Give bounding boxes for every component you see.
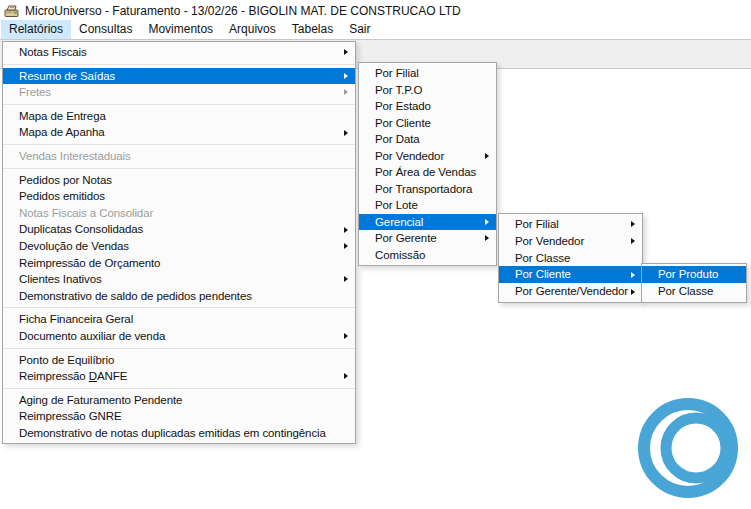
menu-separator — [3, 101, 355, 108]
menu-item-label: Por Classe — [658, 285, 713, 297]
app-icon — [4, 3, 20, 19]
menu-item-reimpressao-gnre[interactable]: Reimpressão GNRE — [3, 408, 355, 425]
submenu-arrow-icon — [344, 130, 348, 136]
menu-separator — [3, 61, 355, 68]
menu-item-duplicatas-consolidadas[interactable]: Duplicatas Consolidadas — [3, 221, 355, 238]
submenu-gerencial: Por FilialPor VendedorPor ClassePor Clie… — [498, 213, 643, 303]
menubar-item-arquivos[interactable]: Arquivos — [221, 20, 284, 39]
menu-item-label: Por Produto — [658, 268, 718, 280]
menu-item-por-cliente[interactable]: Por Cliente — [499, 266, 642, 283]
menu-item-devolucao-de-vendas[interactable]: Devolução de Vendas — [3, 238, 355, 255]
menu-item-por-produto[interactable]: Por Produto — [642, 266, 746, 283]
menu-item-por-filial[interactable]: Por Filial — [499, 216, 642, 233]
menu-item-comissao[interactable]: Comissão — [359, 247, 496, 264]
menu-item-por-area-de-vendas[interactable]: Por Área de Vendas — [359, 164, 496, 181]
menu-item-reimpressao-danfe[interactable]: Reimpressão DANFE — [3, 368, 355, 385]
menubar-item-sair[interactable]: Sair — [341, 20, 378, 39]
menubar-item-consultas[interactable]: Consultas — [71, 20, 140, 39]
menu-separator — [3, 345, 355, 352]
submenu-arrow-icon — [344, 243, 348, 249]
menu-item-label: Por Vendedor — [515, 235, 584, 247]
menu-item-por-classe[interactable]: Por Classe — [642, 283, 746, 300]
menu-item-label: Por Gerente/Vendedor — [515, 285, 628, 297]
menu-item-reimpressao-de-orcamento[interactable]: Reimpressão de Orçamento — [3, 255, 355, 272]
menu-item-por-gerente-vendedor[interactable]: Por Gerente/Vendedor — [499, 283, 642, 300]
menubar-item-relatorios[interactable]: Relatórios — [1, 20, 71, 39]
menu-item-label: Por Área de Vendas — [375, 166, 476, 178]
menu-item-label: Reimpressão de Orçamento — [19, 257, 160, 269]
menu-item-pedidos-emitidos[interactable]: Pedidos emitidos — [3, 188, 355, 205]
menu-item-por-t-p-o[interactable]: Por T.P.O — [359, 82, 496, 99]
menu-item-label: Vendas Interestaduais — [19, 150, 131, 162]
menu-relatorios: Notas FiscaisResumo de SaídasFretesMapa … — [2, 41, 356, 444]
menu-item-documento-auxiliar-de-venda[interactable]: Documento auxiliar de venda — [3, 328, 355, 345]
menu-item-label: Por T.P.O — [375, 84, 422, 96]
submenu-arrow-icon — [631, 289, 635, 295]
menu-item-por-transportadora[interactable]: Por Transportadora — [359, 181, 496, 198]
menu-item-aging-de-faturamento-pendente[interactable]: Aging de Faturamento Pendente — [3, 392, 355, 409]
menu-separator — [3, 165, 355, 172]
menu-item-label: Por Data — [375, 133, 420, 145]
title-bar: MicroUniverso - Faturamento - 13/02/26 -… — [0, 0, 751, 20]
menu-item-label: Reimpressão DANFE — [19, 370, 127, 382]
menubar: RelatóriosConsultasMovimentosArquivosTab… — [0, 20, 751, 39]
submenu-arrow-icon — [344, 276, 348, 282]
menu-separator — [3, 385, 355, 392]
menu-item-label: Pedidos emitidos — [19, 190, 105, 202]
menu-item-label: Por Lote — [375, 199, 418, 211]
menu-item-fretes[interactable]: Fretes — [3, 84, 355, 101]
menu-item-por-classe[interactable]: Por Classe — [499, 250, 642, 267]
menu-item-por-filial[interactable]: Por Filial — [359, 65, 496, 82]
menu-item-resumo-de-saidas[interactable]: Resumo de Saídas — [3, 68, 355, 85]
menu-item-label: Comissão — [375, 249, 425, 261]
menubar-item-movimentos[interactable]: Movimentos — [140, 20, 221, 39]
menu-item-label: Ficha Financeira Geral — [19, 313, 133, 325]
submenu-arrow-icon — [344, 333, 348, 339]
menu-item-label: Mapa de Entrega — [19, 110, 106, 122]
menu-item-demonstrativo-de-notas-duplicadas-emitidas-em-contingencia[interactable]: Demonstrativo de notas duplicadas emitid… — [3, 425, 355, 442]
menu-item-label: Notas Fiscais a Consolidar — [19, 207, 153, 219]
submenu-arrow-icon — [631, 221, 635, 227]
menu-item-label: Pedidos por Notas — [19, 174, 112, 186]
menu-item-label: Por Cliente — [515, 268, 571, 280]
menu-item-pedidos-por-notas[interactable]: Pedidos por Notas — [3, 172, 355, 189]
menu-item-mapa-de-entrega[interactable]: Mapa de Entrega — [3, 108, 355, 125]
menu-item-gerencial[interactable]: Gerencial — [359, 214, 496, 231]
submenu-resumo-de-saidas: Por FilialPor T.P.OPor EstadoPor Cliente… — [358, 62, 497, 266]
window-title: MicroUniverso - Faturamento - 13/02/26 -… — [25, 4, 461, 18]
menu-item-label: Aging de Faturamento Pendente — [19, 394, 182, 406]
menu-item-label: Documento auxiliar de venda — [19, 330, 165, 342]
menubar-item-tabelas[interactable]: Tabelas — [284, 20, 341, 39]
submenu-arrow-icon — [485, 219, 489, 225]
menu-item-mapa-de-apanha[interactable]: Mapa de Apanha — [3, 124, 355, 141]
menu-item-label: Por Cliente — [375, 117, 431, 129]
menu-item-label: Fretes — [19, 86, 51, 98]
menu-item-clientes-inativos[interactable]: Clientes Inativos — [3, 271, 355, 288]
menu-item-label: Por Classe — [515, 252, 570, 264]
menu-item-label: Reimpressão GNRE — [19, 410, 122, 422]
menu-item-por-cliente[interactable]: Por Cliente — [359, 115, 496, 132]
menu-item-por-data[interactable]: Por Data — [359, 131, 496, 148]
menu-item-ponto-de-equilibrio[interactable]: Ponto de Equilíbrio — [3, 352, 355, 369]
menu-item-label: Por Filial — [375, 67, 419, 79]
submenu-arrow-icon — [344, 227, 348, 233]
menu-item-por-lote[interactable]: Por Lote — [359, 197, 496, 214]
menu-item-label: Clientes Inativos — [19, 273, 102, 285]
menu-item-por-estado[interactable]: Por Estado — [359, 98, 496, 115]
menu-item-label: Demonstrativo de notas duplicadas emitid… — [19, 427, 326, 439]
submenu-por-cliente: Por ProdutoPor Classe — [641, 263, 747, 303]
menu-item-ficha-financeira-geral[interactable]: Ficha Financeira Geral — [3, 311, 355, 328]
menu-item-label: Devolução de Vendas — [19, 240, 129, 252]
menu-item-notas-fiscais[interactable]: Notas Fiscais — [3, 44, 355, 61]
menu-item-demonstrativo-de-saldo-de-pedidos-pendentes[interactable]: Demonstrativo de saldo de pedidos penden… — [3, 288, 355, 305]
submenu-arrow-icon — [344, 89, 348, 95]
menu-item-notas-fiscais-a-consolidar[interactable]: Notas Fiscais a Consolidar — [3, 205, 355, 222]
menu-item-por-vendedor[interactable]: Por Vendedor — [499, 233, 642, 250]
menu-item-por-vendedor[interactable]: Por Vendedor — [359, 148, 496, 165]
submenu-arrow-icon — [631, 238, 635, 244]
menu-item-vendas-interestaduais[interactable]: Vendas Interestaduais — [3, 148, 355, 165]
menu-item-label: Por Estado — [375, 100, 431, 112]
menu-item-por-gerente[interactable]: Por Gerente — [359, 230, 496, 247]
menu-item-label: Gerencial — [375, 216, 423, 228]
submenu-arrow-icon — [631, 272, 635, 278]
